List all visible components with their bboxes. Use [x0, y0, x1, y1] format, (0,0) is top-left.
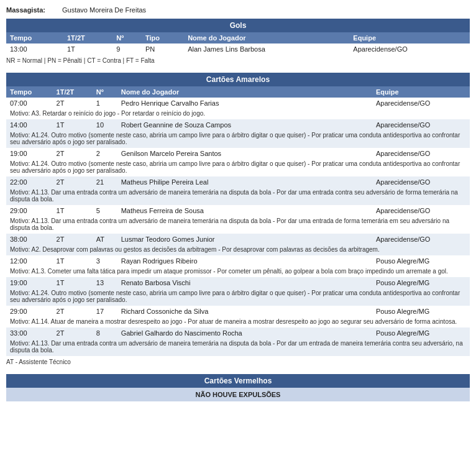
- gols-body: 13:00 1T 9 PN Alan James Lins Barbosa Ap…: [6, 43, 470, 55]
- gols-col-nome: Nome do Jogador: [184, 32, 349, 43]
- cell-periodo: 1T: [53, 277, 93, 288]
- gols-col-tipo: Tipo: [142, 32, 184, 43]
- cell-equipe: Aparecidense/GO: [372, 119, 470, 130]
- cell-motivo: Motivo: A2. Desaprovar com palavras ou g…: [6, 245, 470, 255]
- cell-numero: AT: [93, 234, 117, 245]
- cell-tempo: 12:00: [6, 255, 53, 267]
- cell-nome: Lusmar Teodoro Gomes Junior: [117, 234, 372, 245]
- cell-tempo: 07:00: [6, 98, 53, 109]
- cell-numero: 9: [112, 43, 142, 55]
- cell-nome: Rayan Rodrigues Ribeiro: [117, 255, 372, 267]
- cell-numero: 13: [93, 277, 117, 288]
- cell-equipe: Aparecidense/GO: [372, 98, 470, 109]
- ca-col-equipe: Equipe: [372, 86, 470, 98]
- gols-col-numero: Nº: [112, 32, 142, 43]
- motivo-row: Motivo: A1.24. Outro motivo (somente nes…: [6, 130, 470, 148]
- motivo-row: Motivo: A1.14. Atuar de maneira a mostra…: [6, 317, 470, 327]
- cell-motivo: Motivo: A1.3. Cometer uma falta tática p…: [6, 267, 470, 277]
- gols-col-tempo: Tempo: [6, 32, 63, 43]
- motivo-row: Motivo: A1.24. Outro motivo (somente nes…: [6, 288, 470, 306]
- cell-numero: 5: [93, 205, 117, 216]
- cell-numero: 1: [93, 98, 117, 109]
- gols-section: Gols Tempo 1T/2T Nº Tipo Nome do Jogador…: [6, 19, 470, 64]
- motivo-row: Motivo: A1.3. Cometer uma falta tática p…: [6, 267, 470, 277]
- cell-periodo: 2T: [53, 306, 93, 317]
- table-row: 14:00 1T 10 Robert Geannine de Souza Cam…: [6, 119, 470, 130]
- cell-periodo: 2T: [53, 148, 93, 159]
- table-row: 12:00 1T 3 Rayan Rodrigues Ribeiro Pouso…: [6, 255, 470, 267]
- table-row: 19:00 1T 13 Renato Barbosa Vischi Pouso …: [6, 277, 470, 288]
- cell-equipe: Aparecidense/GO: [372, 205, 470, 216]
- cartoes-vermelhos-title: Cartões Vermelhos: [6, 374, 470, 388]
- cell-nome: Matheus Philipe Pereira Leal: [117, 176, 372, 188]
- cell-motivo: Motivo: A1.13. Dar uma entrada contra um…: [6, 188, 470, 205]
- gols-title: Gols: [6, 19, 470, 32]
- cell-tempo: 19:00: [6, 148, 53, 159]
- cell-periodo: 2T: [53, 234, 93, 245]
- motivo-row: Motivo: A3. Retardar o reinício do jogo …: [6, 109, 470, 119]
- table-row: 29:00 2T 17 Richard Cossoniche da Silva …: [6, 306, 470, 317]
- cell-equipe: Aparecidense/GO: [372, 148, 470, 159]
- cell-nome: Renato Barbosa Vischi: [117, 277, 372, 288]
- ca-nota: AT - Assistente Técnico: [6, 359, 470, 365]
- gols-col-equipe: Equipe: [349, 32, 470, 43]
- cell-equipe: Pouso Alegre/MG: [372, 327, 470, 339]
- table-row: 38:00 2T AT Lusmar Teodoro Gomes Junior …: [6, 234, 470, 245]
- gols-col-periodo: 1T/2T: [63, 32, 112, 43]
- table-row: 29:00 1T 5 Matheus Ferreira de Sousa Apa…: [6, 205, 470, 216]
- cartoes-amarelos-section: Cartões Amarelos Tempo 1T/2T Nº Nome do …: [6, 73, 470, 365]
- ca-col-numero: Nº: [93, 86, 117, 98]
- cell-tempo: 38:00: [6, 234, 53, 245]
- cartoes-amarelos-table: Tempo 1T/2T Nº Nome do Jogador Equipe 07…: [6, 86, 470, 356]
- massagista-value: Gustavo Moreira De Freitas: [62, 6, 146, 14]
- table-row: 19:00 2T 2 Genilson Marcelo Pereira Sant…: [6, 148, 470, 159]
- table-row: 13:00 1T 9 PN Alan James Lins Barbosa Ap…: [6, 43, 470, 55]
- gols-header-row: Tempo 1T/2T Nº Tipo Nome do Jogador Equi…: [6, 32, 470, 43]
- massagista-row: Massagista: Gustavo Moreira De Freitas: [6, 6, 470, 14]
- massagista-label: Massagista:: [6, 6, 62, 14]
- cell-numero: 8: [93, 327, 117, 339]
- ca-col-nome: Nome do Jogador: [117, 86, 372, 98]
- ca-col-periodo: 1T/2T: [53, 86, 93, 98]
- motivo-row: Motivo: A1.13. Dar uma entrada contra um…: [6, 216, 470, 234]
- cell-equipe: Aparecidense/GO: [349, 43, 470, 55]
- cell-periodo: 2T: [53, 98, 93, 109]
- cell-tempo: 22:00: [6, 176, 53, 188]
- cell-periodo: 1T: [53, 205, 93, 216]
- cell-motivo: Motivo: A1.13. Dar uma entrada contra um…: [6, 216, 470, 234]
- cell-motivo: Motivo: A1.24. Outro motivo (somente nes…: [6, 159, 470, 176]
- cell-nome: Robert Geannine de Souza Campos: [117, 119, 372, 130]
- gols-table: Tempo 1T/2T Nº Tipo Nome do Jogador Equi…: [6, 32, 470, 55]
- cell-tempo: 14:00: [6, 119, 53, 130]
- cell-tipo: PN: [142, 43, 184, 55]
- motivo-row: Motivo: A2. Desaprovar com palavras ou g…: [6, 245, 470, 255]
- cell-tempo: 33:00: [6, 327, 53, 339]
- cell-motivo: Motivo: A3. Retardar o reinício do jogo …: [6, 109, 470, 119]
- cell-periodo: 1T: [63, 43, 112, 55]
- cell-equipe: Aparecidense/GO: [372, 234, 470, 245]
- cell-numero: 3: [93, 255, 117, 267]
- cell-periodo: 1T: [53, 119, 93, 130]
- ca-body: 07:00 2T 1 Pedro Henrique Carvalho Faria…: [6, 98, 470, 356]
- gols-nota: NR = Normal | PN = Pênalti | CT = Contra…: [6, 57, 470, 64]
- cell-nome: Alan James Lins Barbosa: [184, 43, 349, 55]
- table-row: 33:00 2T 8 Gabriel Galhardo do Nasciment…: [6, 327, 470, 339]
- cell-numero: 2: [93, 148, 117, 159]
- cell-tempo: 19:00: [6, 277, 53, 288]
- cell-periodo: 1T: [53, 255, 93, 267]
- cell-tempo: 13:00: [6, 43, 63, 55]
- cell-numero: 10: [93, 119, 117, 130]
- cell-motivo: Motivo: A1.14. Atuar de maneira a mostra…: [6, 317, 470, 327]
- cartoes-vermelhos-section: Cartões Vermelhos NÃO HOUVE EXPULSÕES: [6, 374, 470, 401]
- cell-numero: 21: [93, 176, 117, 188]
- cartoes-amarelos-title: Cartões Amarelos: [6, 73, 470, 86]
- cell-nome: Matheus Ferreira de Sousa: [117, 205, 372, 216]
- cell-tempo: 29:00: [6, 205, 53, 216]
- motivo-row: Motivo: A1.24. Outro motivo (somente nes…: [6, 159, 470, 176]
- cell-motivo: Motivo: A1.13. Dar uma entrada contra um…: [6, 339, 470, 356]
- cell-numero: 17: [93, 306, 117, 317]
- cell-equipe: Aparecidense/GO: [372, 176, 470, 188]
- cell-periodo: 2T: [53, 327, 93, 339]
- cell-motivo: Motivo: A1.24. Outro motivo (somente nes…: [6, 288, 470, 306]
- no-expulsoes: NÃO HOUVE EXPULSÕES: [6, 388, 470, 401]
